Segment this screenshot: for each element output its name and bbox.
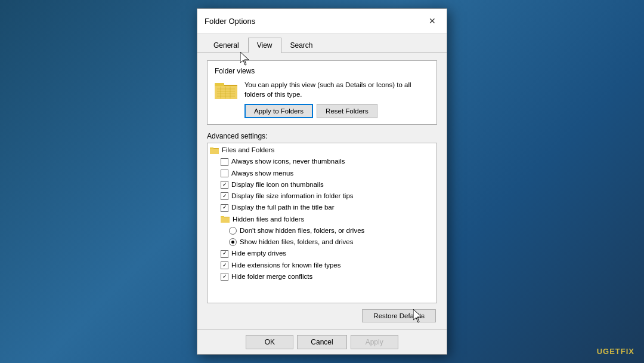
tab-search[interactable]: Search: [281, 38, 322, 53]
checkbox-icon[interactable]: [221, 158, 228, 166]
folder-description: You can apply this view (such as Details…: [244, 80, 429, 99]
folder-category-icon: [210, 146, 219, 155]
watermark-u: U: [597, 347, 603, 356]
svg-rect-12: [210, 149, 219, 154]
folder-views-label: Folder views: [215, 67, 429, 75]
watermark: UGETFIX: [597, 347, 634, 356]
list-item[interactable]: Display file icon on thumbnails: [208, 179, 436, 190]
tab-view[interactable]: View: [248, 38, 281, 53]
title-bar-controls: ✕: [425, 14, 439, 28]
list-item[interactable]: Display file size information in folder …: [208, 190, 436, 202]
checkbox-icon[interactable]: [221, 273, 228, 281]
radio-icon[interactable]: [229, 227, 237, 235]
list-item[interactable]: Hide folder merge conflicts: [208, 271, 436, 282]
cancel-button[interactable]: Cancel: [297, 335, 346, 349]
list-item: Files and Folders: [208, 144, 436, 156]
radio-icon[interactable]: [229, 238, 237, 246]
title-bar: Folder Options ✕: [197, 9, 447, 33]
checkbox-icon[interactable]: [221, 262, 228, 269]
list-item: Hidden files and folders: [208, 214, 436, 225]
bottom-buttons: Restore Defaults: [207, 309, 437, 322]
close-button[interactable]: ✕: [425, 14, 439, 28]
tabs-bar: General View Search: [197, 33, 447, 53]
restore-defaults-button[interactable]: Restore Defaults: [362, 309, 436, 322]
folder-icon: [215, 80, 239, 100]
checkbox-icon[interactable]: [221, 192, 228, 200]
advanced-list-container: Files and Folders Always show icons, nev…: [207, 143, 437, 303]
advanced-list[interactable]: Files and Folders Always show icons, nev…: [208, 143, 436, 287]
folder-options-dialog: Folder Options ✕ General View Search Fol…: [197, 8, 447, 355]
tab-general[interactable]: General: [205, 38, 248, 53]
advanced-settings-label: Advanced settings:: [207, 132, 437, 140]
list-item[interactable]: Hide empty drives: [208, 248, 436, 259]
list-item[interactable]: Don't show hidden files, folders, or dri…: [208, 225, 436, 236]
dialog-footer: OK Cancel Apply: [197, 330, 447, 354]
dialog-content: Folder views: [197, 53, 447, 330]
folder-views-content: You can apply this view (such as Details…: [215, 80, 429, 118]
checkbox-icon[interactable]: [221, 170, 228, 177]
folder-buttons: Apply to Folders Reset Folders: [244, 104, 429, 118]
folder-category-icon: [221, 215, 230, 223]
apply-to-folders-button[interactable]: Apply to Folders: [244, 104, 313, 118]
apply-button[interactable]: Apply: [351, 335, 398, 349]
dialog-title: Folder Options: [205, 17, 255, 26]
folder-icon-area: [215, 80, 239, 103]
list-item[interactable]: Always show icons, never thumbnails: [208, 156, 436, 167]
svg-rect-15: [221, 217, 230, 223]
folder-views-right: You can apply this view (such as Details…: [244, 80, 429, 118]
folder-views-section: Folder views: [207, 60, 437, 125]
checkbox-icon[interactable]: [221, 204, 228, 212]
list-item[interactable]: Show hidden files, folders, and drives: [208, 236, 436, 248]
list-item[interactable]: Display the full path in the title bar: [208, 202, 436, 213]
list-item[interactable]: Hide extensions for known file types: [208, 260, 436, 271]
reset-folders-button[interactable]: Reset Folders: [317, 104, 377, 118]
checkbox-icon[interactable]: [221, 250, 228, 258]
checkbox-icon[interactable]: [221, 181, 228, 189]
svg-rect-2: [215, 86, 237, 99]
ok-button[interactable]: OK: [246, 335, 293, 349]
list-item[interactable]: Always show menus: [208, 168, 436, 179]
watermark-fix: FIX: [621, 347, 634, 356]
watermark-get: GET: [603, 347, 621, 356]
